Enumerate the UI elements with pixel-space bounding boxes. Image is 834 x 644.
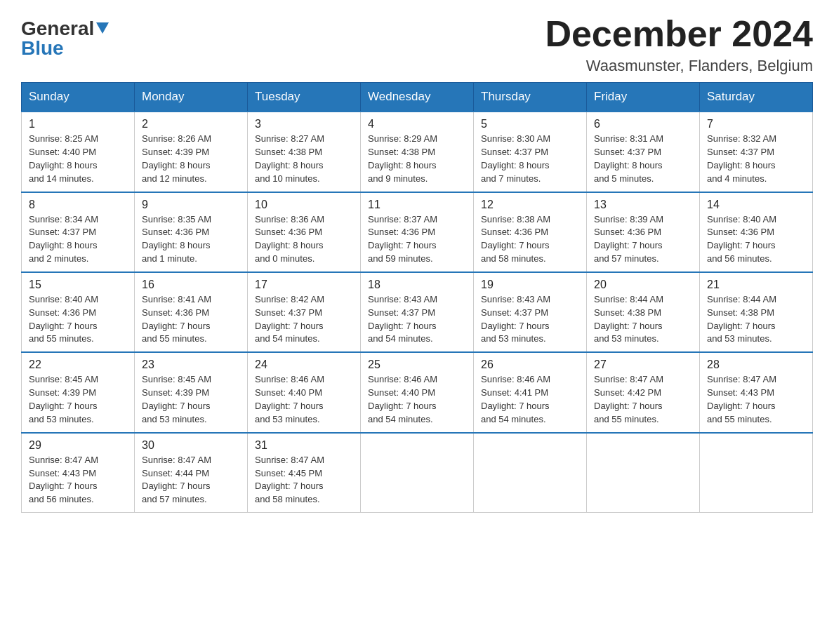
day-info: Sunrise: 8:35 AMSunset: 4:36 PMDaylight:… — [142, 213, 240, 266]
day-info: Sunrise: 8:40 AMSunset: 4:36 PMDaylight:… — [29, 293, 127, 346]
day-number: 24 — [255, 358, 353, 371]
calendar-day-1: 1Sunrise: 8:25 AMSunset: 4:40 PMDaylight… — [22, 112, 135, 192]
calendar-week-2: 8Sunrise: 8:34 AMSunset: 4:37 PMDaylight… — [22, 192, 813, 272]
header-day-sunday: Sunday — [22, 83, 135, 112]
day-info: Sunrise: 8:44 AMSunset: 4:38 PMDaylight:… — [707, 293, 805, 346]
day-number: 7 — [707, 118, 805, 130]
day-info: Sunrise: 8:42 AMSunset: 4:37 PMDaylight:… — [255, 293, 353, 346]
header-day-monday: Monday — [135, 83, 248, 112]
calendar-day-empty — [587, 433, 700, 513]
calendar-day-14: 14Sunrise: 8:40 AMSunset: 4:36 PMDayligh… — [700, 192, 813, 272]
header-day-tuesday: Tuesday — [248, 83, 361, 112]
calendar-day-17: 17Sunrise: 8:42 AMSunset: 4:37 PMDayligh… — [248, 272, 361, 352]
calendar-day-28: 28Sunrise: 8:47 AMSunset: 4:43 PMDayligh… — [700, 352, 813, 432]
calendar-day-11: 11Sunrise: 8:37 AMSunset: 4:36 PMDayligh… — [361, 192, 474, 272]
calendar-day-empty — [700, 433, 813, 513]
logo-arrow-icon — [96, 22, 109, 38]
day-number: 13 — [594, 199, 692, 211]
header-day-friday: Friday — [587, 83, 700, 112]
calendar-week-1: 1Sunrise: 8:25 AMSunset: 4:40 PMDaylight… — [22, 112, 813, 192]
calendar-day-10: 10Sunrise: 8:36 AMSunset: 4:36 PMDayligh… — [248, 192, 361, 272]
day-info: Sunrise: 8:30 AMSunset: 4:37 PMDaylight:… — [481, 133, 579, 185]
day-number: 6 — [594, 118, 692, 130]
day-number: 21 — [707, 279, 805, 291]
calendar-day-19: 19Sunrise: 8:43 AMSunset: 4:37 PMDayligh… — [474, 272, 587, 352]
day-info: Sunrise: 8:34 AMSunset: 4:37 PMDaylight:… — [29, 213, 127, 266]
header-day-wednesday: Wednesday — [361, 83, 474, 112]
calendar-day-22: 22Sunrise: 8:45 AMSunset: 4:39 PMDayligh… — [22, 352, 135, 432]
calendar-day-25: 25Sunrise: 8:46 AMSunset: 4:40 PMDayligh… — [361, 352, 474, 432]
day-number: 8 — [29, 199, 127, 211]
day-info: Sunrise: 8:38 AMSunset: 4:36 PMDaylight:… — [481, 213, 579, 266]
calendar-day-3: 3Sunrise: 8:27 AMSunset: 4:38 PMDaylight… — [248, 112, 361, 192]
header-row: SundayMondayTuesdayWednesdayThursdayFrid… — [22, 83, 813, 112]
day-info: Sunrise: 8:41 AMSunset: 4:36 PMDaylight:… — [142, 293, 240, 346]
day-number: 29 — [29, 439, 127, 452]
logo-text-blue: Blue — [21, 37, 64, 60]
logo: General Blue — [21, 14, 109, 60]
day-number: 4 — [368, 118, 466, 130]
calendar-day-26: 26Sunrise: 8:46 AMSunset: 4:41 PMDayligh… — [474, 352, 587, 432]
calendar-day-20: 20Sunrise: 8:44 AMSunset: 4:38 PMDayligh… — [587, 272, 700, 352]
day-number: 30 — [142, 439, 240, 452]
calendar-day-23: 23Sunrise: 8:45 AMSunset: 4:39 PMDayligh… — [135, 352, 248, 432]
day-info: Sunrise: 8:32 AMSunset: 4:37 PMDaylight:… — [707, 133, 805, 185]
day-number: 9 — [142, 199, 240, 211]
day-number: 23 — [142, 358, 240, 371]
calendar-day-5: 5Sunrise: 8:30 AMSunset: 4:37 PMDaylight… — [474, 112, 587, 192]
day-info: Sunrise: 8:47 AMSunset: 4:44 PMDaylight:… — [142, 454, 240, 507]
day-number: 5 — [481, 118, 579, 130]
calendar-day-30: 30Sunrise: 8:47 AMSunset: 4:44 PMDayligh… — [135, 433, 248, 513]
day-info: Sunrise: 8:46 AMSunset: 4:40 PMDaylight:… — [368, 373, 466, 426]
day-info: Sunrise: 8:43 AMSunset: 4:37 PMDaylight:… — [481, 293, 579, 346]
calendar-week-3: 15Sunrise: 8:40 AMSunset: 4:36 PMDayligh… — [22, 272, 813, 352]
svg-marker-0 — [96, 22, 109, 34]
day-info: Sunrise: 8:25 AMSunset: 4:40 PMDaylight:… — [29, 133, 127, 185]
day-number: 28 — [707, 358, 805, 371]
day-number: 11 — [368, 199, 466, 211]
day-info: Sunrise: 8:43 AMSunset: 4:37 PMDaylight:… — [368, 293, 466, 346]
calendar-day-9: 9Sunrise: 8:35 AMSunset: 4:36 PMDaylight… — [135, 192, 248, 272]
day-info: Sunrise: 8:45 AMSunset: 4:39 PMDaylight:… — [142, 373, 240, 426]
day-number: 1 — [29, 118, 127, 130]
calendar-table: SundayMondayTuesdayWednesdayThursdayFrid… — [21, 82, 813, 513]
day-info: Sunrise: 8:47 AMSunset: 4:43 PMDaylight:… — [29, 454, 127, 507]
header-day-saturday: Saturday — [700, 83, 813, 112]
day-info: Sunrise: 8:47 AMSunset: 4:43 PMDaylight:… — [707, 373, 805, 426]
day-info: Sunrise: 8:40 AMSunset: 4:36 PMDaylight:… — [707, 213, 805, 266]
calendar-day-15: 15Sunrise: 8:40 AMSunset: 4:36 PMDayligh… — [22, 272, 135, 352]
day-info: Sunrise: 8:46 AMSunset: 4:41 PMDaylight:… — [481, 373, 579, 426]
day-number: 18 — [368, 279, 466, 291]
calendar-day-6: 6Sunrise: 8:31 AMSunset: 4:37 PMDaylight… — [587, 112, 700, 192]
day-number: 16 — [142, 279, 240, 291]
day-info: Sunrise: 8:27 AMSunset: 4:38 PMDaylight:… — [255, 133, 353, 185]
calendar-title: December 2024 — [545, 14, 813, 54]
calendar-subtitle: Waasmunster, Flanders, Belgium — [545, 57, 813, 75]
day-info: Sunrise: 8:37 AMSunset: 4:36 PMDaylight:… — [368, 213, 466, 266]
day-number: 17 — [255, 279, 353, 291]
day-info: Sunrise: 8:47 AMSunset: 4:42 PMDaylight:… — [594, 373, 692, 426]
calendar-header: SundayMondayTuesdayWednesdayThursdayFrid… — [22, 83, 813, 112]
day-info: Sunrise: 8:39 AMSunset: 4:36 PMDaylight:… — [594, 213, 692, 266]
calendar-day-21: 21Sunrise: 8:44 AMSunset: 4:38 PMDayligh… — [700, 272, 813, 352]
day-info: Sunrise: 8:26 AMSunset: 4:39 PMDaylight:… — [142, 133, 240, 185]
day-number: 15 — [29, 279, 127, 291]
day-number: 31 — [255, 439, 353, 452]
calendar-day-16: 16Sunrise: 8:41 AMSunset: 4:36 PMDayligh… — [135, 272, 248, 352]
day-info: Sunrise: 8:29 AMSunset: 4:38 PMDaylight:… — [368, 133, 466, 185]
day-number: 14 — [707, 199, 805, 211]
calendar-body: 1Sunrise: 8:25 AMSunset: 4:40 PMDaylight… — [22, 112, 813, 512]
calendar-day-2: 2Sunrise: 8:26 AMSunset: 4:39 PMDaylight… — [135, 112, 248, 192]
day-number: 25 — [368, 358, 466, 371]
title-block: December 2024 Waasmunster, Flanders, Bel… — [545, 14, 813, 75]
day-info: Sunrise: 8:36 AMSunset: 4:36 PMDaylight:… — [255, 213, 353, 266]
day-info: Sunrise: 8:47 AMSunset: 4:45 PMDaylight:… — [255, 454, 353, 507]
day-number: 27 — [594, 358, 692, 371]
calendar-week-5: 29Sunrise: 8:47 AMSunset: 4:43 PMDayligh… — [22, 433, 813, 513]
calendar-day-4: 4Sunrise: 8:29 AMSunset: 4:38 PMDaylight… — [361, 112, 474, 192]
calendar-day-12: 12Sunrise: 8:38 AMSunset: 4:36 PMDayligh… — [474, 192, 587, 272]
calendar-day-24: 24Sunrise: 8:46 AMSunset: 4:40 PMDayligh… — [248, 352, 361, 432]
calendar-day-empty — [474, 433, 587, 513]
calendar-day-31: 31Sunrise: 8:47 AMSunset: 4:45 PMDayligh… — [248, 433, 361, 513]
day-info: Sunrise: 8:46 AMSunset: 4:40 PMDaylight:… — [255, 373, 353, 426]
